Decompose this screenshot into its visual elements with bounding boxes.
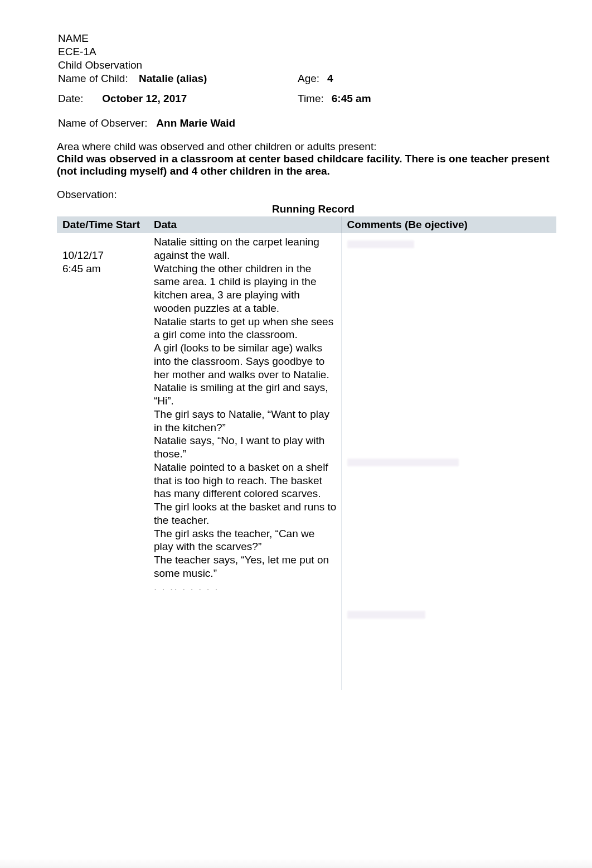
observer-row: Name of Observer: Ann Marie Waid xyxy=(58,117,570,129)
observer-value: Ann Marie Waid xyxy=(156,117,235,129)
area-prompt: Area where child was observed and other … xyxy=(57,141,570,153)
table-header-row: Date/Time Start Data Comments (Be ojecti… xyxy=(57,216,556,233)
doc-title-line: Child Observation xyxy=(58,59,570,71)
area-block: Area where child was observed and other … xyxy=(0,141,592,177)
running-record-title: Running Record xyxy=(57,203,570,215)
data-paragraph: A girl (looks to be similar age) walks i… xyxy=(154,341,337,381)
redacted-comment xyxy=(347,459,459,466)
age-value: 4 xyxy=(327,73,333,85)
dt-time: 6:45 am xyxy=(62,262,144,276)
data-paragraph: The teacher says, “Yes, let me put on so… xyxy=(154,553,337,580)
date-label: Date: xyxy=(58,93,91,105)
document-page: NAME ECE-1A Child Observation Name of Ch… xyxy=(0,0,592,868)
data-paragraph: Natalie says, “No, I want to play with t… xyxy=(154,434,337,461)
time-label: Time: xyxy=(298,93,324,105)
area-text: Child was observed in a classroom at cen… xyxy=(57,153,570,177)
page-bottom-shadow xyxy=(0,858,592,868)
data-paragraph: Natalie sitting on the carpet leaning ag… xyxy=(154,235,337,262)
running-record-section: Running Record Date/Time Start Data Comm… xyxy=(0,203,592,690)
running-record-table: Date/Time Start Data Comments (Be ojecti… xyxy=(57,216,556,690)
data-paragraph: Watching the other children in the same … xyxy=(154,262,337,315)
name-line: NAME xyxy=(58,32,570,45)
truncated-text-indicator: . . .. . . . . . xyxy=(154,580,337,594)
data-paragraph: Natalie starts to get up when she sees a… xyxy=(154,315,337,342)
observation-label: Observation: xyxy=(0,189,592,201)
redacted-comment xyxy=(347,240,414,248)
observer-label: Name of Observer: xyxy=(58,117,148,129)
time-value: 6:45 am xyxy=(332,93,371,105)
child-name-value: Natalie (alias) xyxy=(139,73,207,84)
data-paragraph: The girl asks the teacher, “Can we play … xyxy=(154,527,337,554)
date-value: October 12, 2017 xyxy=(102,93,187,104)
cell-datetime: 10/12/17 6:45 am xyxy=(57,233,148,623)
cell-data: Natalie sitting on the carpet leaning ag… xyxy=(148,233,341,623)
dt-date: 10/12/17 xyxy=(62,249,144,262)
redacted-comment xyxy=(347,611,425,619)
date-time-row: Date: October 12, 2017 Time: 6:45 am xyxy=(58,93,570,105)
data-paragraph: Natalie pointed to a basket on a shelf t… xyxy=(154,461,337,500)
data-paragraph: The girl looks at the basket and runs to… xyxy=(154,500,337,527)
course-line: ECE-1A xyxy=(58,46,570,58)
table-row: 10/12/17 6:45 am Natalie sitting on the … xyxy=(57,233,556,623)
child-name-label: Name of Child: xyxy=(58,73,128,84)
child-age-row: Name of Child: Natalie (alias) Age: 4 xyxy=(58,73,570,85)
cell-comments xyxy=(341,233,556,623)
table-row xyxy=(57,623,556,690)
data-paragraph: The girl says to Natalie, “Want to play … xyxy=(154,408,337,435)
document-header: NAME ECE-1A Child Observation Name of Ch… xyxy=(0,32,592,129)
col-header-data: Data xyxy=(148,216,341,233)
col-header-datetime: Date/Time Start xyxy=(57,216,148,233)
col-header-comments: Comments (Be ojective) xyxy=(341,216,556,233)
age-label: Age: xyxy=(298,73,319,85)
data-paragraph: Natalie is smiling at the girl and says,… xyxy=(154,381,337,408)
